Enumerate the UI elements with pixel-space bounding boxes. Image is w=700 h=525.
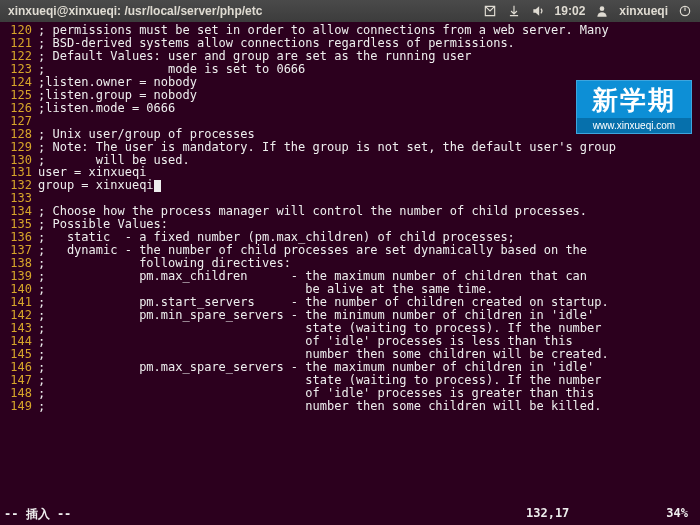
line-text: ; pm.max_spare_servers - the maximum num…: [38, 361, 594, 374]
line-number: 147: [4, 374, 38, 387]
line-text: ; BSD-derived systems allow connections …: [38, 37, 515, 50]
power-icon[interactable]: [678, 4, 692, 18]
mail-icon[interactable]: [483, 4, 497, 18]
editor-line: 122; Default Values: user and group are …: [4, 50, 700, 63]
line-number: 148: [4, 387, 38, 400]
line-number: 121: [4, 37, 38, 50]
sound-icon[interactable]: [531, 4, 545, 18]
editor-line: 129; Note: The user is mandatory. If the…: [4, 141, 700, 154]
editor-line: 121; BSD-derived systems allow connectio…: [4, 37, 700, 50]
line-text: ;listen.owner = nobody: [38, 76, 197, 89]
line-text: ; mode is set to 0666: [38, 63, 305, 76]
editor-line: 149; number then some children will be k…: [4, 400, 700, 413]
line-number: 120: [4, 24, 38, 37]
line-number: 125: [4, 89, 38, 102]
text-cursor: [154, 180, 161, 192]
editor-line: 123; mode is set to 0666: [4, 63, 700, 76]
editor-line: 120; permissions must be set in order to…: [4, 24, 700, 37]
line-number: 127: [4, 115, 38, 128]
line-text: ;listen.group = nobody: [38, 89, 197, 102]
line-text: ; number then some children will be kill…: [38, 400, 602, 413]
line-text: ; permissions must be set in order to al…: [38, 24, 609, 37]
watermark-text: 新学期: [577, 81, 691, 118]
editor-line: 144; of 'idle' processes is less than th…: [4, 335, 700, 348]
cursor-position: 132,17: [526, 506, 646, 523]
top-menubar: xinxueqi@xinxueqi: /usr/local/server/php…: [0, 0, 700, 22]
username[interactable]: xinxueqi: [619, 4, 668, 18]
line-number: 129: [4, 141, 38, 154]
line-text: ;listen.mode = 0666: [38, 102, 175, 115]
svg-point-0: [600, 6, 605, 11]
editor-line: 146; pm.max_spare_servers - the maximum …: [4, 361, 700, 374]
line-number: 143: [4, 322, 38, 335]
vim-statusbar: -- 插入 -- 132,17 34%: [4, 506, 696, 523]
line-number: 124: [4, 76, 38, 89]
window-title: xinxueqi@xinxueqi: /usr/local/server/php…: [8, 4, 483, 18]
line-text: ; state (waiting to process). If the num…: [38, 374, 602, 387]
line-number: 122: [4, 50, 38, 63]
watermark: 新学期 www.xinxueqi.com: [576, 80, 692, 134]
editor-line: 143; state (waiting to process). If the …: [4, 322, 700, 335]
editor-line: 148; of 'idle' processes is greater than…: [4, 387, 700, 400]
line-text: ; Default Values: user and group are set…: [38, 50, 471, 63]
clock[interactable]: 19:02: [555, 4, 586, 18]
user-icon[interactable]: [595, 4, 609, 18]
system-tray: 19:02 xinxueqi: [483, 4, 692, 18]
line-number: 126: [4, 102, 38, 115]
editor-line: 147; state (waiting to process). If the …: [4, 374, 700, 387]
line-text: ; state (waiting to process). If the num…: [38, 322, 602, 335]
line-number: 146: [4, 361, 38, 374]
editor-line: 132group = xinxueqi: [4, 179, 700, 192]
network-icon[interactable]: [507, 4, 521, 18]
line-text: ; number then some children will be crea…: [38, 348, 609, 361]
line-number: 145: [4, 348, 38, 361]
watermark-url: www.xinxueqi.com: [577, 118, 691, 133]
line-text: ; of 'idle' processes is greater than th…: [38, 387, 594, 400]
editor-line: 145; number then some children will be c…: [4, 348, 700, 361]
scroll-percent: 34%: [646, 506, 696, 523]
line-text: ; Note: The user is mandatory. If the gr…: [38, 141, 616, 154]
line-number: 149: [4, 400, 38, 413]
line-text: ; of 'idle' processes is less than this: [38, 335, 573, 348]
line-number: 144: [4, 335, 38, 348]
line-text: ; Unix user/group of processes: [38, 128, 255, 141]
line-number: 123: [4, 63, 38, 76]
line-number: 128: [4, 128, 38, 141]
line-text: group = xinxueqi: [38, 179, 161, 192]
vim-mode: -- 插入 --: [4, 506, 71, 523]
